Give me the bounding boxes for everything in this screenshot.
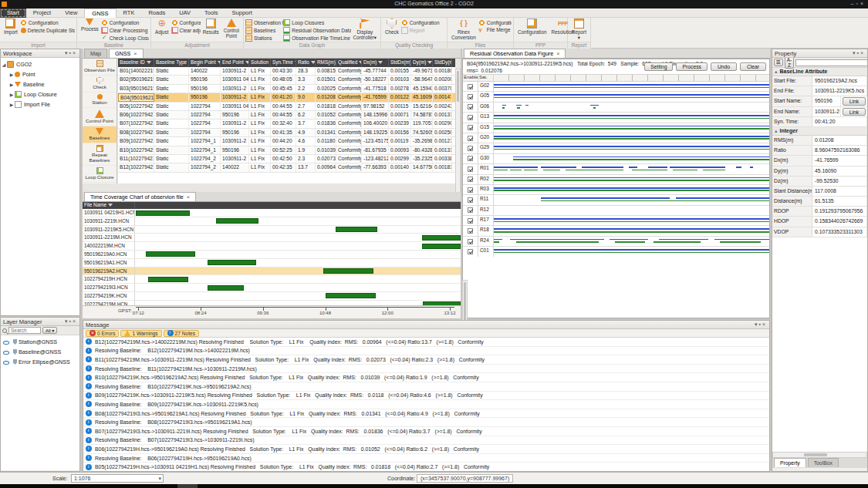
process-button[interactable]: Process bbox=[79, 19, 101, 42]
enable-checkbox[interactable] bbox=[468, 115, 473, 120]
table-row[interactable]: B02(950196219Static9501961030911 04L1 Fi… bbox=[118, 76, 455, 84]
enable-checkbox[interactable] bbox=[468, 187, 473, 193]
column-header-dy-m-[interactable]: Dy(m) bbox=[411, 59, 433, 67]
observation-file-row[interactable]: 1030911 04219H1.HCN bbox=[83, 209, 461, 217]
configuration-button[interactable]: Configuration bbox=[171, 19, 201, 26]
table-row[interactable]: B06(102279421Static1022794950196L1 Fix00… bbox=[118, 111, 455, 119]
layer-item[interactable]: Error Ellipse@GNSS bbox=[1, 357, 79, 367]
ribbon-tab-gnss[interactable]: GNSS bbox=[84, 8, 116, 18]
side-tool-observion-file[interactable]: Observion File bbox=[83, 59, 117, 76]
tree-item-import-file[interactable]: ▶Import File bbox=[1, 99, 79, 109]
enable-checkbox[interactable] bbox=[468, 228, 473, 234]
0-errors-badge[interactable]: 0 Errors bbox=[86, 330, 119, 337]
message-row[interactable]: Resolving Baseline: B12(1022794219M.hcs-… bbox=[83, 347, 769, 356]
observation-files-button[interactable]: Observation Files bbox=[245, 19, 283, 26]
import-button[interactable]: Import bbox=[2, 19, 20, 42]
side-tool-loop-closure[interactable]: Loop Closure bbox=[83, 166, 117, 183]
table-row[interactable]: B09(102279421Static1022794_11030911-2L1 … bbox=[118, 137, 455, 146]
satellite-row-r17[interactable]: R17 bbox=[463, 216, 769, 226]
close-icon[interactable]: × bbox=[556, 50, 559, 57]
observation-file-row[interactable]: 950196219A2.HCN bbox=[83, 268, 461, 276]
satellite-row-c01[interactable]: C01 bbox=[463, 247, 769, 257]
table-row[interactable]: B01(140022219Static1400221030911-2L1 Fix… bbox=[118, 67, 455, 76]
column-header-baseline-id[interactable]: Baseline ID bbox=[118, 59, 154, 67]
satellite-row-r03[interactable]: R03 bbox=[463, 185, 769, 195]
tab-residual-figure[interactable]: Residual Observation Data Figure× bbox=[464, 49, 566, 58]
ribbon-tab-roads[interactable]: Roads bbox=[141, 8, 172, 18]
property-hscrollbar[interactable] bbox=[772, 452, 867, 458]
observation-file-row[interactable]: 1022794219M.HCN bbox=[83, 301, 461, 306]
table-row[interactable]: B10(102279421Static1022794_1950196L1 Fix… bbox=[118, 146, 455, 155]
enable-checkbox[interactable] bbox=[468, 136, 473, 141]
column-header-dx-m-[interactable]: Dx(m) bbox=[362, 59, 389, 67]
observation-file-row[interactable]: 140022219M.HCN bbox=[83, 242, 461, 251]
close-icon[interactable]: × bbox=[860, 50, 865, 56]
side-tool-baselines[interactable]: Baselines bbox=[83, 126, 117, 143]
observation-file-row[interactable]: 1030911-2219I.HCN bbox=[83, 217, 461, 226]
table-row[interactable]: B07(102279421Static10227941030911-2L1 Fi… bbox=[118, 119, 455, 128]
observation-file-row[interactable]: 1030911-2219M.HCN bbox=[83, 234, 461, 242]
ribbon-tab-support[interactable]: Support bbox=[225, 8, 259, 18]
enable-checkbox[interactable] bbox=[468, 167, 473, 172]
column-header-syn-time[interactable]: Syn.Time bbox=[271, 59, 296, 67]
table-row[interactable]: B08(102279421Static1022794950196L1 Fix00… bbox=[118, 129, 455, 137]
satellite-row-g05[interactable]: G05 bbox=[463, 92, 769, 102]
message-row[interactable]: Resolving Baseline: B11(1022794219M.hcs-… bbox=[83, 365, 769, 374]
layer-filter-button[interactable]: All ▾ bbox=[42, 327, 57, 334]
satellite-row-g29[interactable]: G29 bbox=[463, 143, 769, 153]
undo-button[interactable]: Undo bbox=[711, 62, 737, 71]
observation-file-row[interactable]: 1022794219K.HCN bbox=[83, 292, 461, 301]
pin-icon[interactable] bbox=[13, 349, 17, 355]
column-header-stddx-m-[interactable]: StdDx(m) bbox=[389, 59, 411, 67]
enable-checkbox[interactable] bbox=[468, 197, 473, 203]
message-row[interactable]: B08(1022794219I3.hcs->950196219A1.hcs) R… bbox=[83, 409, 769, 419]
enable-checkbox[interactable] bbox=[468, 177, 473, 182]
clear-adjustments-button[interactable]: Clear adjustments bbox=[171, 26, 201, 34]
satellite-row-r24[interactable]: R24 bbox=[463, 237, 769, 247]
baselines-button[interactable]: Baselines bbox=[245, 26, 283, 34]
filter-icon[interactable] bbox=[378, 61, 383, 64]
scale-select[interactable]: 1:1076▾ bbox=[71, 474, 164, 483]
configuration-button[interactable]: Configuration bbox=[515, 19, 549, 42]
satellite-row-g06[interactable]: G06 bbox=[463, 103, 769, 113]
clear-processing-results-button[interactable]: Clear Processing Results bbox=[101, 26, 149, 34]
tree-item-point[interactable]: ▶Point bbox=[1, 69, 79, 79]
enable-checkbox[interactable] bbox=[468, 94, 473, 99]
categorize-button[interactable]: ☰ bbox=[774, 59, 783, 66]
side-tool-control-point[interactable]: Control Point bbox=[83, 108, 117, 126]
baseline-table-vscrollbar[interactable] bbox=[455, 69, 461, 194]
column-header-rms-m-[interactable]: RMS(m) bbox=[316, 59, 336, 67]
pin-icon[interactable] bbox=[13, 359, 17, 365]
close-icon[interactable]: × bbox=[860, 1, 866, 6]
enable-checkbox[interactable] bbox=[468, 146, 473, 151]
filter-icon[interactable] bbox=[147, 61, 151, 64]
message-row[interactable]: B12(1022794219M.hcs->140022219M.hcs) Res… bbox=[83, 338, 769, 347]
message-row[interactable]: Resolving Baseline: B09(1022794219K.hcs-… bbox=[83, 400, 769, 409]
collapse-icon[interactable]: ▴ bbox=[775, 69, 778, 74]
satellite-row-g15[interactable]: G15 bbox=[463, 123, 769, 133]
observation-file-row[interactable]: 1022794219H.HCN bbox=[83, 275, 461, 284]
enable-checkbox[interactable] bbox=[468, 218, 473, 224]
residual-observation-data-figure-button[interactable]: Residual Observation Data Figure bbox=[283, 26, 350, 34]
check-button[interactable]: Check bbox=[383, 19, 401, 42]
enable-checkbox[interactable] bbox=[468, 84, 473, 89]
ribbon-tab-uav[interactable]: UAV bbox=[172, 8, 198, 18]
ribbon-tab-start[interactable]: Start bbox=[0, 8, 26, 18]
enable-checkbox[interactable] bbox=[468, 125, 473, 130]
1-warnings-badge[interactable]: 1 Warnings bbox=[120, 330, 161, 337]
satellite-row-r12[interactable]: R12 bbox=[463, 206, 769, 216]
results-button[interactable]: Results bbox=[201, 19, 221, 42]
tab-gnss[interactable]: GNSS× bbox=[109, 49, 144, 58]
tab-toolbox[interactable]: ToolBox bbox=[808, 458, 839, 467]
satellite-row-r11[interactable]: R11 bbox=[463, 195, 769, 205]
message-row[interactable]: B09(1022794219K.hcs->1030911-2219K5.hcs)… bbox=[83, 392, 769, 401]
message-row[interactable]: Resolving Baseline: B10(1022794219K.hcs-… bbox=[83, 382, 769, 392]
satellite-row-g02[interactable]: G02 bbox=[463, 82, 769, 92]
stations-button[interactable]: Stations bbox=[245, 34, 283, 42]
check-loop-closures-button[interactable]: Check Loop Closures bbox=[101, 34, 149, 42]
expand-icon[interactable]: ◢ bbox=[1, 62, 7, 67]
collapse-icon[interactable]: ▶ bbox=[8, 72, 15, 77]
tree-item-loop-closure[interactable]: ▶Loop Closure bbox=[1, 89, 79, 99]
table-row[interactable]: B03(950196219Static9501961030911-2L1 Fix… bbox=[118, 85, 455, 93]
observation-file-row[interactable]: 1022794219I3.HCN bbox=[83, 284, 461, 292]
